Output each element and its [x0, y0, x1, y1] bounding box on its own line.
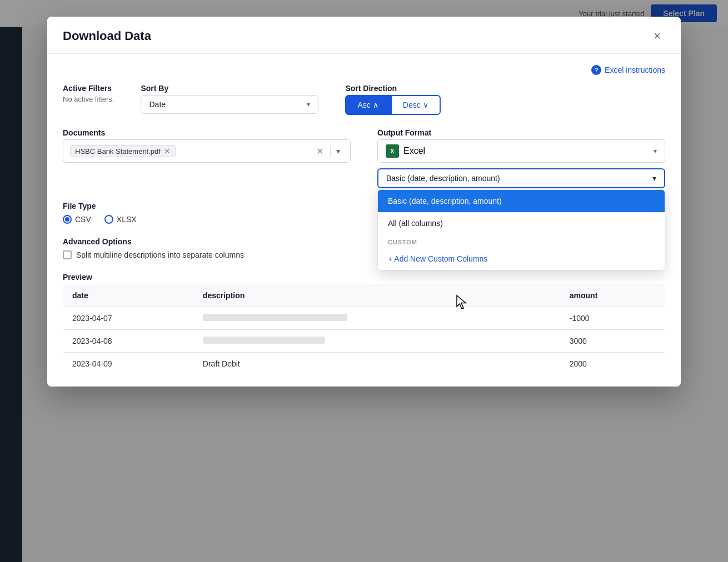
output-format-chevron-icon: ▾ [654, 147, 657, 155]
dropdown-add-custom-label: + Add New Custom Columns [388, 254, 487, 263]
dropdown-custom-label: CUSTOM [388, 239, 417, 245]
dropdown-custom-divider: CUSTOM [378, 234, 665, 248]
sort-by-section: Sort By Date ▾ [141, 84, 318, 114]
row3-amount: 2000 [561, 353, 665, 375]
document-tag-remove-icon[interactable]: ✕ [164, 147, 171, 155]
sort-asc-button[interactable]: Asc ∧ [345, 95, 390, 115]
row3-date: 2023-04-09 [63, 353, 194, 375]
documents-input: HSBC Bank Statement.pdf ✕ ✕ ▾ [63, 139, 351, 163]
output-format-label: Output Format [377, 128, 665, 137]
excel-instructions-label: Excel instructions [605, 66, 665, 74]
output-format-dropdown[interactable]: X Excel ▾ [377, 139, 665, 163]
sort-desc-label: Desc [403, 101, 421, 109]
preview-col-amount: amount [561, 284, 665, 307]
split-multiline-checkbox-icon [63, 250, 72, 259]
output-format-value-wrapper: X Excel [386, 144, 425, 158]
documents-section: Documents HSBC Bank Statement.pdf ✕ ✕ ▾ [63, 128, 351, 163]
output-format-section: Output Format X Excel ▾ Basic (date, des [377, 128, 665, 188]
download-data-modal: Download Data × ? Excel Excel instructio… [47, 17, 681, 387]
table-row: 2023-04-08 3000 [63, 330, 665, 353]
file-type-xlsx-option[interactable]: XLSX [104, 215, 137, 224]
row2-description [194, 330, 561, 353]
modal-overlay: Download Data × ? Excel Excel instructio… [0, 0, 728, 562]
preview-table-header-row: date description amount [63, 284, 665, 307]
modal-title: Download Data [63, 29, 151, 43]
sort-by-value: Date [149, 100, 166, 109]
columns-dropdown: Basic (date, description, amount) All (a… [377, 189, 665, 270]
columns-selector-text: Basic (date, description, amount) [386, 174, 500, 183]
csv-radio-label: CSV [75, 215, 91, 224]
row1-description [194, 307, 561, 330]
document-tag-text: HSBC Bank Statement.pdf [75, 147, 161, 155]
sort-direction-label: Sort Direction [345, 84, 665, 93]
row3-description: Draft Debit [194, 353, 561, 375]
excel-instructions-row: ? Excel Excel instructions [63, 65, 665, 75]
sort-by-dropdown[interactable]: Date ▾ [141, 95, 318, 114]
active-filters-value: No active filters. [63, 95, 114, 103]
excel-instructions-link[interactable]: ? Excel Excel instructions [591, 65, 665, 75]
csv-radio-icon [63, 215, 72, 224]
help-icon: ? [591, 65, 601, 75]
xlsx-radio-label: XLSX [117, 215, 137, 224]
sort-by-chevron-icon: ▾ [307, 101, 310, 108]
xlsx-radio-icon [104, 215, 113, 224]
modal-header: Download Data × [47, 17, 681, 54]
sort-asc-label: Asc [357, 101, 370, 109]
middle-section: Documents HSBC Bank Statement.pdf ✕ ✕ ▾ [63, 128, 665, 188]
active-filters-section: Active Filters No active filters. [63, 84, 114, 103]
dropdown-add-custom-option[interactable]: + Add New Custom Columns [378, 248, 665, 270]
preview-col-date: date [63, 284, 194, 307]
sort-direction-section: Sort Direction Asc ∧ Desc ∨ [345, 84, 665, 115]
doc-divider [330, 145, 331, 157]
dropdown-option-all-label: All (all columns) [388, 219, 443, 228]
table-row: 2023-04-09 Draft Debit 2000 [63, 353, 665, 375]
row2-amount: 3000 [561, 330, 665, 353]
modal-close-button[interactable]: × [649, 28, 665, 44]
preview-table: date description amount 2023-04-07 -1000 [63, 284, 665, 375]
table-row: 2023-04-07 -1000 [63, 307, 665, 330]
preview-col-description: description [194, 284, 561, 307]
output-format-value: Excel [403, 146, 425, 156]
row1-date: 2023-04-07 [63, 307, 194, 330]
sort-direction-buttons: Asc ∧ Desc ∨ [345, 95, 665, 115]
doc-input-right: ✕ ▾ [312, 145, 343, 157]
dropdown-option-basic[interactable]: Basic (date, description, amount) [378, 190, 665, 212]
dropdown-option-all[interactable]: All (all columns) [378, 212, 665, 234]
row1-amount: -1000 [561, 307, 665, 330]
excel-icon: X [386, 144, 399, 158]
documents-label: Documents [63, 128, 351, 137]
columns-chevron-icon: ▾ [652, 174, 656, 183]
dropdown-option-basic-label: Basic (date, description, amount) [388, 197, 502, 205]
documents-clear-button[interactable]: ✕ [312, 146, 328, 157]
sort-by-label: Sort By [141, 84, 318, 93]
file-type-csv-option[interactable]: CSV [63, 215, 91, 224]
preview-label: Preview [63, 273, 665, 282]
split-multiline-text: Split multiline descriptions into separa… [76, 250, 244, 259]
top-section: Active Filters No active filters. Sort B… [63, 84, 665, 115]
columns-selector-wrapper: Basic (date, description, amount) ▾ Basi… [377, 168, 665, 188]
documents-dropdown-button[interactable]: ▾ [333, 147, 343, 155]
preview-section: Preview date description amount 2023-04-… [63, 273, 665, 375]
row2-date: 2023-04-08 [63, 330, 194, 353]
active-filters-label: Active Filters [63, 84, 114, 93]
sort-desc-button[interactable]: Desc ∨ [391, 95, 441, 115]
sort-desc-arrow-icon: ∨ [423, 101, 428, 109]
document-tag: HSBC Bank Statement.pdf ✕ [70, 145, 176, 157]
modal-body: ? Excel Excel instructions Active Filter… [47, 54, 681, 387]
sort-asc-arrow-icon: ∧ [373, 101, 378, 109]
columns-selector[interactable]: Basic (date, description, amount) ▾ [377, 168, 665, 188]
